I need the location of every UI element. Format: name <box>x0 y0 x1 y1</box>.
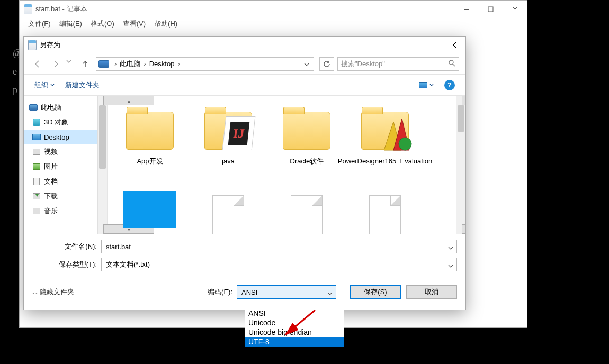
scroll-thumb[interactable] <box>458 105 464 132</box>
breadcrumb-pc[interactable]: 此电脑 <box>119 59 141 69</box>
tree-item-desktop[interactable]: Desktop <box>24 130 107 144</box>
notepad-title: start.bat - 记事本 <box>35 4 454 14</box>
nav-up-button[interactable] <box>78 57 93 71</box>
file-icon <box>123 191 176 228</box>
view-button[interactable] <box>419 82 434 88</box>
file-item[interactable] <box>267 188 346 234</box>
annotation-arrow-icon <box>281 308 323 347</box>
menu-view[interactable]: 查看(V) <box>119 18 150 30</box>
refresh-button[interactable] <box>319 57 334 71</box>
tree-item-pc[interactable]: 此电脑 <box>24 100 107 115</box>
scroll-up-icon[interactable]: ▴ <box>462 96 465 105</box>
search-input[interactable]: 搜索"Desktop" <box>337 57 459 71</box>
collapse-icon: ︿ <box>32 288 37 296</box>
dialog-icon <box>28 40 37 50</box>
close-button[interactable] <box>503 1 527 17</box>
menu-file[interactable]: 文件(F) <box>24 18 55 30</box>
dialog-fields: 文件名(N): start.bat 保存类型(T): 文本文档(*.txt) <box>24 234 465 280</box>
powerdesigner-icon <box>381 116 410 150</box>
image-icon <box>33 163 40 170</box>
filetype-label: 保存类型(T): <box>32 260 101 269</box>
navigation-tree: 此电脑 3D 对象 Desktop 视频 图片 文档 <box>24 96 108 234</box>
help-button[interactable]: ? <box>444 80 455 90</box>
file-item[interactable]: IJ java <box>189 103 267 188</box>
tree-scrollbar[interactable]: ▴ ▾ <box>97 96 107 234</box>
chevron-right-icon: › <box>112 60 119 68</box>
dialog-titlebar[interactable]: 另存为 <box>24 37 465 53</box>
chevron-down-icon[interactable] <box>448 261 453 269</box>
chevron-down-icon[interactable] <box>448 243 453 251</box>
chevron-down-icon <box>50 84 55 86</box>
svg-point-6 <box>449 60 453 65</box>
chevron-right-icon: › <box>141 60 148 68</box>
svg-rect-1 <box>488 7 493 12</box>
address-dropdown-icon[interactable] <box>302 60 311 68</box>
notepad-titlebar[interactable]: start.bat - 记事本 <box>20 1 527 17</box>
chevron-down-icon <box>429 84 434 86</box>
breadcrumb-desktop[interactable]: Desktop <box>148 60 176 68</box>
tree-item-documents[interactable]: 文档 <box>24 174 107 189</box>
minimize-button[interactable] <box>454 1 478 17</box>
file-item[interactable] <box>346 188 424 234</box>
dialog-footer: ︿ 隐藏文件夹 编码(E): ANSI 保存(S) 取消 <box>24 280 465 310</box>
file-scrollbar[interactable]: ▴ ▾ <box>456 96 465 234</box>
nav-back-button[interactable] <box>30 57 45 71</box>
intellij-icon: IJ <box>222 116 256 150</box>
dialog-close-button[interactable] <box>441 37 465 53</box>
chevron-down-icon[interactable] <box>327 289 333 297</box>
file-icon <box>369 195 401 234</box>
menu-help[interactable]: 帮助(H) <box>150 18 182 30</box>
folder-icon <box>361 112 409 150</box>
new-folder-button[interactable]: 新建文件夹 <box>65 80 100 90</box>
file-item[interactable]: Oracle软件 <box>267 103 346 188</box>
tree-item-3d[interactable]: 3D 对象 <box>24 115 107 130</box>
file-item[interactable]: App开发 <box>111 103 189 188</box>
pc-icon <box>98 60 109 68</box>
svg-line-7 <box>453 64 455 66</box>
tree-item-pictures[interactable]: 图片 <box>24 159 107 174</box>
document-icon <box>33 178 40 185</box>
video-icon <box>33 149 40 155</box>
notepad-menubar: 文件(F) 编辑(E) 格式(O) 查看(V) 帮助(H) <box>20 17 527 30</box>
svg-line-11 <box>286 310 315 334</box>
filename-input[interactable]: start.bat <box>101 240 457 253</box>
music-icon <box>33 208 40 214</box>
dialog-toolbar: 组织 新建文件夹 ? <box>24 75 465 96</box>
address-bar[interactable]: › 此电脑 › Desktop › <box>96 57 314 71</box>
nav-recent-button[interactable] <box>66 57 75 71</box>
download-icon <box>33 193 40 199</box>
dialog-title: 另存为 <box>40 40 441 50</box>
file-item[interactable] <box>189 188 267 234</box>
file-icon <box>212 195 244 234</box>
cube-icon <box>33 119 40 126</box>
filetype-select[interactable]: 文本文档(*.txt) <box>101 258 457 271</box>
organize-button[interactable]: 组织 <box>34 80 55 90</box>
folder-icon <box>283 112 330 150</box>
encoding-label: 编码(E): <box>208 287 232 297</box>
dialog-navbar: › 此电脑 › Desktop › 搜索"Desktop" <box>24 53 465 75</box>
menu-format[interactable]: 格式(O) <box>86 18 119 30</box>
picture-icon <box>419 82 427 88</box>
cancel-button[interactable]: 取消 <box>406 285 457 299</box>
tree-item-videos[interactable]: 视频 <box>24 144 107 159</box>
tree-item-music[interactable]: 音乐 <box>24 204 107 219</box>
filename-label: 文件名(N): <box>32 242 101 251</box>
tree-item-downloads[interactable]: 下载 <box>24 189 107 204</box>
nav-forward-button[interactable] <box>48 57 63 71</box>
save-button[interactable]: 保存(S) <box>350 285 401 299</box>
encoding-select[interactable]: ANSI <box>237 285 336 299</box>
maximize-button[interactable] <box>478 1 503 17</box>
scroll-down-icon[interactable]: ▾ <box>462 224 465 234</box>
folder-icon <box>126 112 174 150</box>
hide-folders-toggle[interactable]: ︿ 隐藏文件夹 <box>32 287 74 297</box>
scroll-thumb[interactable] <box>99 105 106 169</box>
desktop-icon <box>32 134 41 140</box>
file-item[interactable] <box>111 188 189 234</box>
svg-point-10 <box>399 138 411 150</box>
search-placeholder: 搜索"Desktop" <box>341 59 385 69</box>
file-item[interactable]: PowerDesigner165_Evaluation <box>346 103 424 188</box>
pc-icon <box>29 104 38 111</box>
menu-edit[interactable]: 编辑(E) <box>55 18 86 30</box>
file-icon <box>291 195 323 234</box>
file-list[interactable]: App开发 IJ java Oracle软件 <box>108 96 465 234</box>
